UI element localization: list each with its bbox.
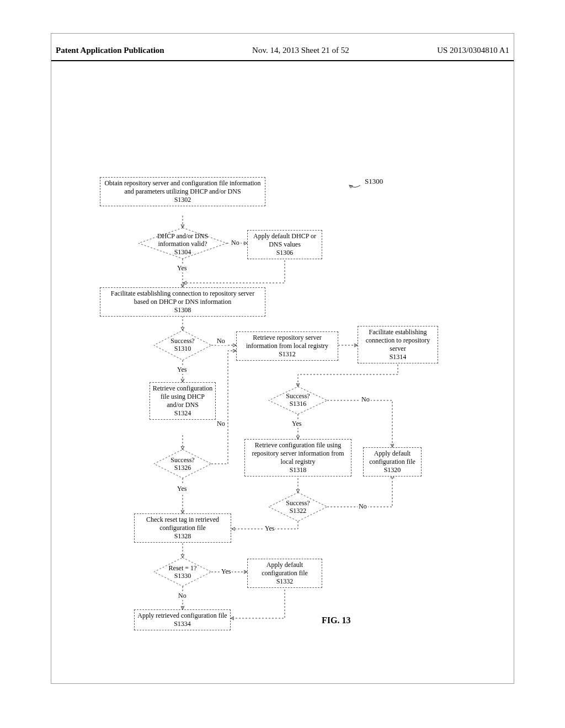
step-text: Facilitate establishing connection to re…: [360, 328, 435, 353]
step-id: S1306: [250, 249, 319, 257]
edge-yes: Yes: [176, 264, 188, 272]
step-s1308: Facilitate establishling connection to r…: [100, 287, 265, 317]
edge-yes: Yes: [291, 420, 302, 428]
decision-s1330: [183, 572, 183, 572]
edge-no: No: [216, 420, 226, 428]
step-text: Retrieve configuration file using DHCP a…: [152, 384, 213, 409]
page-frame: Patent Application Publication Nov. 14, …: [51, 33, 514, 684]
step-id: S1332: [250, 577, 319, 586]
edge-no: No: [360, 395, 371, 404]
step-text: Check reset tag in retrieved configurati…: [137, 516, 228, 532]
reference-tag: S1300: [365, 177, 383, 186]
step-id: S1308: [103, 306, 263, 314]
decision-s1326: [183, 464, 183, 464]
step-s1324: Retrieve configuration file using DHCP a…: [150, 382, 216, 420]
step-text: Facilitate establishling connection to r…: [103, 290, 263, 306]
step-text: Obtain repository server and configurati…: [103, 179, 263, 196]
edge-yes: Yes: [176, 366, 188, 374]
step-s1314: Facilitate establishing connection to re…: [358, 326, 438, 363]
decision-s1310: [183, 345, 183, 346]
step-id: S1320: [366, 466, 419, 474]
step-s1302: Obtain repository server and configurati…: [100, 177, 265, 206]
step-text: Apply default configuration file: [250, 561, 319, 577]
step-s1312: Retrieve repository server information f…: [236, 331, 338, 361]
edge-yes: Yes: [264, 524, 275, 533]
step-id: S1334: [137, 620, 228, 628]
decision-s1322: [298, 507, 299, 507]
step-text: Apply retrieved configuration file: [137, 612, 228, 620]
decision-s1316: [298, 400, 299, 401]
step-text: Apply default configuration file: [366, 449, 419, 466]
step-s1332: Apply default configuration file S1332: [247, 559, 322, 588]
step-id: S1312: [239, 350, 335, 358]
step-text: Retrieve repository server information f…: [239, 334, 335, 350]
edge-no: No: [230, 239, 241, 247]
edge-no: No: [177, 592, 188, 600]
step-id: S1314: [360, 353, 435, 361]
edge-no: No: [358, 502, 368, 511]
step-text: Retrieve configuration file using reposi…: [247, 441, 349, 466]
step-id: S1328: [137, 532, 228, 540]
step-id: S1302: [103, 196, 263, 204]
edge-yes: Yes: [176, 485, 188, 493]
decision-s1304: [183, 243, 183, 244]
edge-no: No: [216, 337, 226, 345]
step-s1328: Check reset tag in retrieved configurati…: [134, 513, 231, 543]
step-s1334: Apply retrieved configuration file S1334: [134, 609, 231, 630]
header-left: Patent Application Publication: [56, 46, 164, 57]
header-center: Nov. 14, 2013 Sheet 21 of 52: [252, 46, 349, 57]
diagram-canvas: S1300 Obtain repository server and confi…: [51, 67, 514, 683]
header-right: US 2013/0304810 A1: [437, 46, 509, 57]
ref-tag-text: S1300: [365, 177, 383, 185]
step-s1306: Apply default DHCP or DNS values S1306: [247, 230, 322, 259]
step-id: S1324: [152, 409, 213, 417]
step-s1320: Apply default configuration file S1320: [363, 447, 422, 477]
figure-label: FIG. 13: [322, 615, 350, 625]
edge-yes: Yes: [220, 568, 232, 576]
step-text: Apply default DHCP or DNS values: [250, 232, 319, 249]
page-header: Patent Application Publication Nov. 14, …: [51, 46, 514, 61]
